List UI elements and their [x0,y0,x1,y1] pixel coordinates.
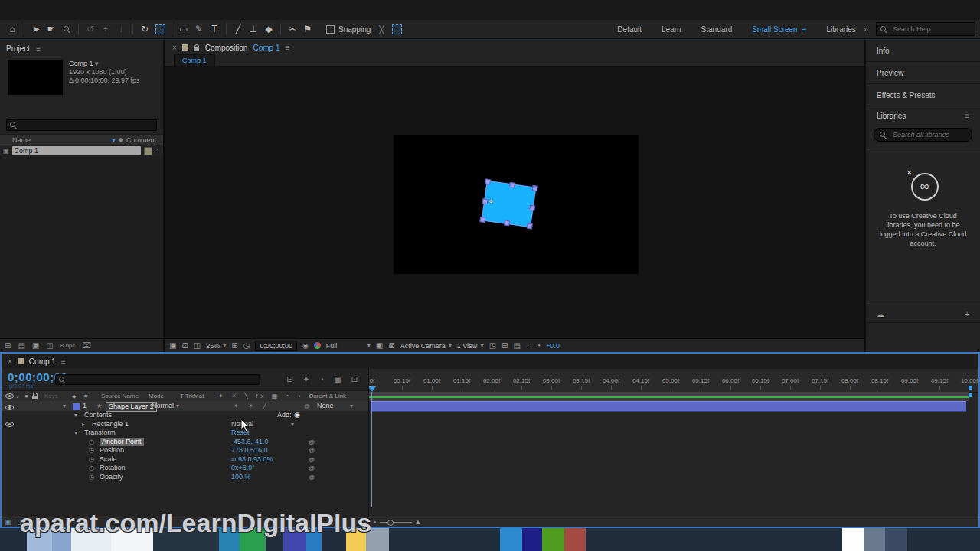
anchor-point-icon[interactable]: ⌖ [488,196,494,207]
snap-region-icon[interactable] [392,24,402,34]
lock-icon[interactable] [194,44,200,51]
layer-twirl-icon[interactable]: ▾ [63,401,66,411]
composition-panel-title[interactable]: Composition [205,44,248,52]
zoom-in-icon[interactable]: ▲ [415,518,422,526]
handle-tm[interactable] [509,182,515,188]
workspace-tab-small-screen[interactable]: Small Screen≡ [752,25,806,34]
parent-dropdown[interactable]: None [317,401,334,411]
solo-column-icon[interactable]: ● [24,392,28,400]
comp-right-icon-1[interactable]: ⊟ [501,341,508,350]
comp-viewer-tab[interactable]: Comp 1 [174,54,215,66]
handle-tl[interactable] [485,178,491,184]
color-depth[interactable]: 8 bpc [60,342,76,349]
pickwhip-icon[interactable]: @ [309,455,315,464]
libraries-panel-title[interactable]: Libraries [877,112,906,120]
timeline-search-box[interactable] [55,374,260,385]
home-tool-icon[interactable]: ⌂ [5,21,20,37]
label-column-icon[interactable]: ◆ [72,392,76,400]
composition-frame[interactable]: ⌖ [394,135,639,274]
project-footer-icon-3[interactable]: ◫ [46,341,53,350]
zoom-tool-icon[interactable] [59,21,74,37]
sidebar-panel-effects-presets[interactable]: Effects & Presets [866,84,980,106]
comp-left-icon-0[interactable]: ▣ [169,341,176,350]
layer-visibility-toggle[interactable] [5,405,14,410]
mode-column[interactable]: Mode [149,392,164,400]
panel-menu-icon[interactable]: ≡ [965,112,969,120]
property-label[interactable]: Rectangle 1 [92,420,129,429]
source-name-column[interactable]: Source Name [101,392,139,400]
panel-menu-icon[interactable]: ≡ [36,44,41,53]
comp-thumbnail[interactable] [8,60,63,95]
search-help-box[interactable] [876,22,975,36]
dolly-camera-tool-icon[interactable]: ↓ [113,21,129,37]
comp-left-icon-1[interactable]: ⊡ [181,341,188,350]
add-library-icon[interactable]: + [965,310,969,318]
snap-cross-icon[interactable]: ╳ [379,25,384,34]
playhead-marker[interactable] [369,386,376,392]
layer-color-chip[interactable] [72,403,80,411]
stopwatch-icon[interactable]: ◷ [89,464,94,472]
magnification-dropdown[interactable]: 25%▾ [206,342,226,350]
property-value-text[interactable]: 778.0,516.0 [231,446,268,454]
handle-mr[interactable] [529,204,535,210]
property-label[interactable]: Contents [84,411,112,419]
sidebar-panel-preview[interactable]: Preview [866,62,980,84]
sync-cloud-icon[interactable]: ☁ [877,310,884,318]
camera-tool-icon[interactable] [152,21,168,37]
twirl-icon[interactable]: ▾ [74,411,77,419]
mode-caret-icon[interactable]: ▾ [176,401,179,411]
workspace-menu-icon[interactable]: ≡ [802,25,807,34]
hand-tool-icon[interactable]: ☛ [44,21,59,37]
property-label[interactable]: Opacity [100,473,123,481]
resolution-dropdown[interactable]: Full▾ [326,342,371,350]
pickwhip-icon[interactable]: @ [309,464,315,472]
sidebar-panel-info[interactable]: Info [866,40,980,62]
work-area-bar[interactable] [369,392,969,401]
property-label[interactable]: Anchor Point [100,438,144,446]
tag-icon[interactable]: ◆ [119,136,123,143]
panel-menu-icon[interactable]: ≡ [61,357,66,366]
handle-ml[interactable] [482,198,488,204]
panel-menu-icon[interactable]: ≡ [285,44,289,52]
handle-tr[interactable] [532,185,538,191]
eraser-tool-icon[interactable]: ◆ [261,21,276,37]
layer-mode-dropdown[interactable]: Normal [152,401,174,411]
audio-column-icon[interactable]: ♪ [16,392,19,400]
composition-panel-comp[interactable]: Comp 1 [253,44,279,52]
close-icon[interactable]: × [172,44,177,52]
search-help-input[interactable] [891,24,963,34]
comp-right-icon-3[interactable]: ∴ [526,341,531,350]
comp-mid-icon-0[interactable]: ⊞ [231,341,237,350]
handle-br[interactable] [527,223,533,230]
parent-link-column[interactable]: Parent & Link [309,392,346,400]
twirl-icon[interactable]: ▸ [82,420,85,429]
rotation-tool-icon[interactable]: ↻ [137,21,152,37]
pickwhip-icon[interactable]: @ [309,438,315,446]
add-dot-icon[interactable]: ◉ [294,411,300,419]
scale-link-icon[interactable]: ∞ [231,455,238,463]
project-search-box[interactable] [6,119,157,131]
roto-brush-tool-icon[interactable]: ✂ [285,21,300,37]
trkmat-column[interactable]: T TrkMat [180,392,204,400]
number-column-label[interactable]: # [84,392,87,400]
trash-icon[interactable]: ⌧ [82,341,91,350]
property-row-anchor-point[interactable]: ◷Anchor Point-453.6,-41.0@ [2,438,368,447]
snapshot-icon[interactable]: ◉ [302,342,309,350]
property-value[interactable]: 0x+8.0° [231,464,255,472]
property-label[interactable]: Scale [100,455,117,464]
property-row-contents[interactable]: ▾ContentsAdd:◉ [2,411,368,420]
project-row-comp1[interactable]: ▣ Comp 1 ∴ [0,145,163,156]
property-eye-toggle[interactable] [5,422,14,427]
zoom-slider-track[interactable] [380,522,412,523]
property-label[interactable]: Transform [84,429,116,437]
clone-stamp-tool-icon[interactable]: ⊥ [246,21,261,37]
project-row-label[interactable]: Comp 1 [15,147,39,155]
comp-right-icon-4[interactable]: ◔ [536,341,541,350]
project-footer-icon-1[interactable]: ▤ [18,341,24,350]
puppet-pin-tool-icon[interactable]: ⚑ [300,21,315,37]
snapping-checkbox[interactable] [326,25,335,34]
twirl-icon[interactable]: ▾ [74,429,77,437]
close-icon[interactable]: × [8,357,12,366]
add-label[interactable]: Add: [277,411,292,419]
time-ruler[interactable]: 0f00:15f01:00f01:15f02:00f02:15f03:00f03… [369,375,978,393]
